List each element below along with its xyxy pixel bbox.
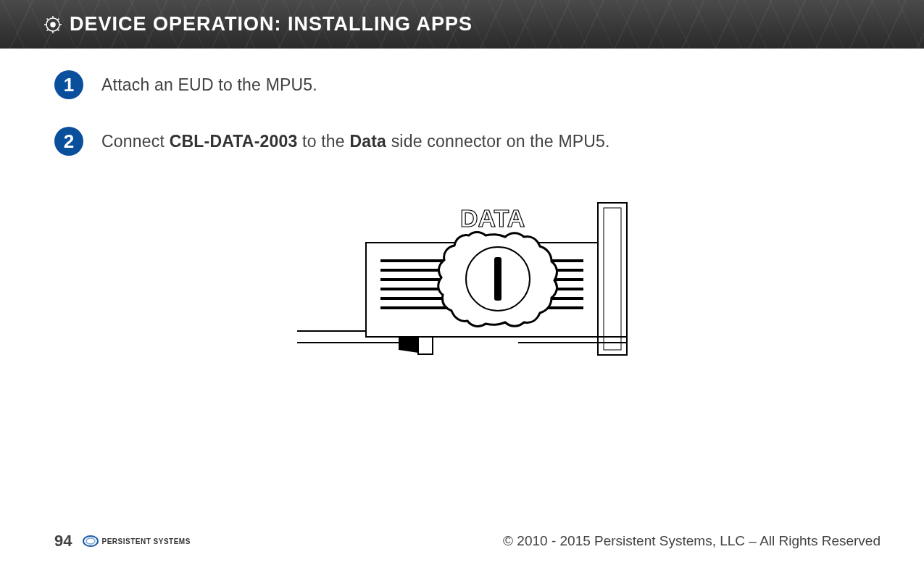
svg-rect-31 [494,257,501,301]
page-title: DEVICE OPERATION: INSTALLING APPS [70,13,473,35]
page-number: 94 [54,532,72,551]
step-badge-1: 1 [54,70,83,99]
step-2: 2 Connect CBL-DATA-2003 to the Data side… [54,127,881,156]
diagram-label: DATA [460,204,525,232]
step-2-text: Connect CBL-DATA-2003 to the Data side c… [101,132,610,151]
step-2-suffix: side connector on the MPU5. [386,132,610,151]
step-1: 1 Attach an EUD to the MPU5. [54,70,881,99]
svg-line-8 [47,29,49,30]
svg-line-7 [57,29,59,30]
step-2-bold2: Data [349,132,386,151]
footer-left: 94 PERSISTENT SYSTEMS [54,532,191,551]
brand-name: PERSISTENT SYSTEMS [101,537,190,545]
step-badge-2: 2 [54,127,83,156]
svg-point-33 [86,538,95,544]
brand-logo: PERSISTENT SYSTEMS [83,535,190,548]
connector-diagram: DATA [54,192,881,380]
step-2-bold1: CBL-DATA-2003 [170,132,298,151]
step-2-prefix: Connect [101,132,170,151]
svg-line-9 [57,18,59,20]
content-area: 1 Attach an EUD to the MPU5. 2 Connect C… [0,49,924,380]
svg-point-1 [51,22,55,27]
svg-rect-27 [604,208,621,350]
step-1-text: Attach an EUD to the MPU5. [101,75,317,95]
copyright-text: © 2010 - 2015 Persistent Systems, LLC – … [503,533,881,549]
gear-network-icon [43,15,62,34]
svg-point-32 [83,536,98,546]
page-footer: 94 PERSISTENT SYSTEMS © 2010 - 2015 Pers… [0,532,924,551]
page-header: DEVICE OPERATION: INSTALLING APPS [0,0,924,49]
svg-line-6 [47,18,49,20]
logo-swoosh-icon [83,535,99,548]
step-2-mid: to the [297,132,349,151]
data-connector-illustration: DATA [294,192,641,380]
